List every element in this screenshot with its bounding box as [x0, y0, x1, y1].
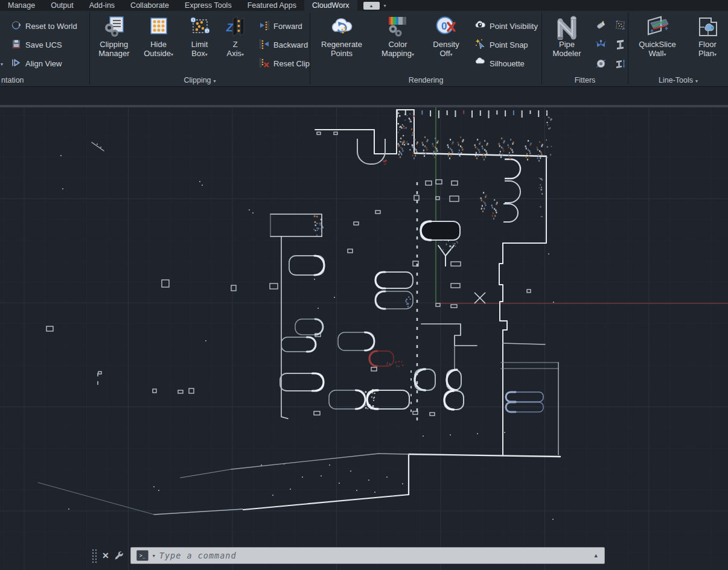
- reset-world-icon: [11, 20, 22, 33]
- hide-outside-button[interactable]: HideOutside▾: [139, 11, 178, 59]
- svg-text:0: 0: [441, 21, 447, 32]
- ribbon-tab-bar: Manage Output Add-ins Collaborate Expres…: [0, 0, 728, 11]
- line-tools-panel-caret-icon[interactable]: ▾: [695, 78, 698, 84]
- steel-beam-fitter-icon: [615, 39, 626, 50]
- cylinder-fitter-button[interactable]: [593, 16, 608, 34]
- command-line-dock: ✕ >_ ▾ ▲: [91, 545, 605, 566]
- reset-clip-button[interactable]: Reset Clip: [257, 54, 310, 73]
- point-cloud-canvas[interactable]: [0, 87, 728, 570]
- ribbon-collapse-caret-icon[interactable]: ▾: [384, 3, 386, 8]
- quickslice-wall-button[interactable]: QuickSliceWall▾: [633, 11, 682, 59]
- tab-collaborate[interactable]: Collaborate: [123, 0, 177, 11]
- density-off-icon: 0: [433, 13, 459, 40]
- z-axis-button[interactable]: Z ZAxis▾: [222, 11, 249, 59]
- clipping-manager-label: ClippingManager: [98, 40, 129, 58]
- z-axis-dropdown-icon[interactable]: ▾: [241, 52, 244, 57]
- command-input-bar[interactable]: >_ ▾ ▲: [130, 547, 605, 564]
- pipe-modeler-label: PipeModeler: [553, 40, 581, 58]
- reset-clip-label: Reset Clip: [273, 59, 310, 68]
- floor-plan-label: FloorPlan▾: [698, 40, 717, 59]
- panel-label-clipping[interactable]: Clipping▾: [90, 76, 310, 84]
- quickslice-wall-label: QuickSliceWall▾: [639, 40, 675, 59]
- flange-fitter-button[interactable]: [593, 54, 608, 72]
- regenerate-points-icon: [329, 13, 354, 40]
- z-axis-label: ZAxis▾: [227, 40, 244, 59]
- beam-resize-fitter-button[interactable]: [612, 54, 628, 72]
- panel-clipping: ClippingManager HideOutside▾ 31 LimitBox…: [90, 11, 310, 86]
- forward-button[interactable]: Forward: [257, 17, 310, 36]
- customize-wrench-icon[interactable]: [114, 550, 126, 562]
- panel-rendering: RegeneratePoints ColorMapping▾ 0 Density…: [310, 11, 541, 86]
- ribbon-collapse-group: ▲ ▾: [363, 0, 386, 11]
- autocad-cloudworx-window: Manage Output Add-ins Collaborate Expres…: [0, 0, 728, 570]
- hide-outside-icon: [147, 13, 170, 40]
- valve-fitter-button[interactable]: [593, 35, 608, 53]
- ribbon: ▾ Reset to World Save UCS Align View nta…: [0, 11, 728, 87]
- panel-label-rendering: Rendering: [310, 76, 541, 84]
- clipping-panel-caret-icon[interactable]: ▾: [214, 78, 216, 84]
- tab-featured-apps[interactable]: Featured Apps: [240, 0, 304, 11]
- quickslice-wall-dropdown-icon[interactable]: ▾: [663, 52, 666, 57]
- floor-plan-dropdown-icon[interactable]: ▾: [714, 52, 717, 57]
- color-mapping-button[interactable]: ColorMapping▾: [374, 11, 421, 59]
- save-ucs-icon: [11, 39, 22, 52]
- point-snap-icon: [474, 38, 486, 52]
- point-visibility-button[interactable]: Point Visibility: [472, 17, 538, 36]
- hide-outside-dropdown-icon[interactable]: ▾: [171, 52, 173, 57]
- reset-clip-icon: [259, 57, 270, 71]
- reset-to-world-button[interactable]: Reset to World: [8, 17, 89, 36]
- svg-text:3: 3: [192, 18, 194, 22]
- panel-line-tools: QuickSliceWall▾ FloorPlan▾ Line-Tools▾: [628, 11, 728, 86]
- tab-manage[interactable]: Manage: [0, 0, 43, 11]
- pipe-modeler-icon: [554, 13, 580, 40]
- command-expand-icon[interactable]: ▲: [593, 553, 599, 559]
- save-ucs-button[interactable]: Save UCS: [8, 36, 89, 54]
- limit-box-label: LimitBox▾: [191, 40, 208, 59]
- save-ucs-label: Save UCS: [25, 40, 62, 49]
- patch-fitter-button[interactable]: [612, 16, 628, 34]
- density-off-dropdown-icon[interactable]: ▾: [450, 52, 453, 57]
- panel-label-line-tools[interactable]: Line-Tools▾: [628, 76, 728, 84]
- align-view-button[interactable]: Align View: [8, 54, 89, 73]
- svg-text:Z: Z: [226, 22, 234, 34]
- silhouette-button[interactable]: Silhouette: [472, 54, 538, 73]
- quickslice-wall-icon: [645, 13, 670, 40]
- regenerate-points-button[interactable]: RegeneratePoints: [315, 11, 368, 58]
- point-snap-label: Point Snap: [490, 40, 528, 49]
- color-mapping-dropdown-icon[interactable]: ▾: [412, 52, 414, 57]
- tab-cloudworx[interactable]: CloudWorx: [304, 0, 357, 11]
- pipe-modeler-button[interactable]: PipeModeler: [546, 11, 588, 58]
- point-snap-button[interactable]: Point Snap: [472, 36, 538, 54]
- floor-plan-button[interactable]: FloorPlan▾: [690, 11, 725, 59]
- limit-box-dropdown-icon[interactable]: ▾: [205, 52, 208, 57]
- steel-beam-fitter-button[interactable]: [612, 35, 628, 53]
- align-view-icon: [11, 57, 22, 71]
- density-off-button[interactable]: 0 DensityOff▾: [427, 11, 465, 59]
- tab-express-tools[interactable]: Express Tools: [177, 0, 240, 11]
- align-view-label: Align View: [25, 59, 62, 68]
- beam-resize-fitter-icon: [615, 58, 626, 69]
- dock-drag-handle[interactable]: [91, 548, 97, 563]
- color-mapping-label: ColorMapping▾: [382, 40, 414, 59]
- forward-label: Forward: [273, 22, 302, 31]
- svg-text:1: 1: [206, 29, 208, 33]
- command-history-caret-icon[interactable]: ▾: [153, 553, 155, 559]
- z-axis-icon: Z: [224, 13, 247, 40]
- tab-output[interactable]: Output: [43, 0, 81, 11]
- point-visibility-label: Point Visibility: [490, 22, 538, 31]
- silhouette-label: Silhouette: [490, 59, 525, 68]
- drawing-viewport[interactable]: [0, 87, 728, 570]
- ribbon-collapse-button[interactable]: ▲: [363, 2, 380, 10]
- backward-icon: [259, 39, 270, 52]
- command-prompt-icon[interactable]: >_: [136, 550, 148, 561]
- limit-box-button[interactable]: 31 LimitBox▾: [183, 11, 217, 59]
- regenerate-points-label: RegeneratePoints: [321, 40, 362, 58]
- cylinder-fitter-icon: [595, 19, 607, 31]
- close-command-line-icon[interactable]: ✕: [102, 551, 109, 560]
- panel-orientation: Reset to World Save UCS Align View ntati…: [0, 11, 89, 86]
- tab-add-ins[interactable]: Add-ins: [81, 0, 123, 11]
- backward-button[interactable]: Backward: [257, 36, 310, 54]
- command-input[interactable]: [159, 551, 589, 560]
- clipping-manager-button[interactable]: ClippingManager: [94, 11, 135, 58]
- floor-plan-icon: [695, 13, 720, 40]
